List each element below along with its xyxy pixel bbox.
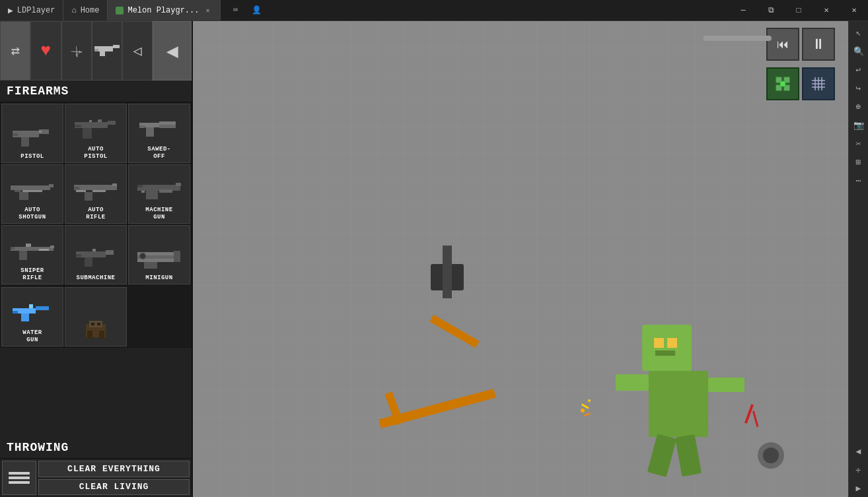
auto-rifle-icon	[70, 170, 122, 207]
heart-icon: ♥	[41, 41, 52, 61]
minigun-label: MINIGUN	[145, 275, 172, 282]
svg-rect-25	[74, 185, 117, 190]
svg-rect-36	[141, 191, 145, 193]
undo-tool[interactable]: ↩	[850, 61, 867, 79]
list-icon-button[interactable]	[2, 461, 36, 495]
svg-rect-20	[11, 185, 50, 190]
weapon-sniper-rifle[interactable]: SNIPERRIFLE	[1, 225, 63, 284]
svg-rect-26	[76, 190, 86, 192]
zoom-in-tool[interactable]: 🔍	[850, 43, 867, 60]
svg-rect-79	[616, 374, 649, 391]
clear-living-button[interactable]: CLEAR LIVING	[38, 479, 190, 496]
next-tool[interactable]: ▶	[850, 480, 867, 497]
app-icon: ▶	[8, 5, 13, 16]
svg-rect-44	[106, 250, 114, 255]
tab-close-button[interactable]: ✕	[203, 6, 212, 15]
list-tool[interactable]: ⋯	[850, 172, 867, 189]
snap-button[interactable]	[766, 67, 799, 100]
sidebar: ⇄ ♥ ⚔ ◁	[0, 21, 193, 497]
game-area[interactable]: ⏮ ⏸	[193, 21, 868, 497]
speed-slider-fill	[703, 36, 772, 41]
snap-icon	[774, 75, 792, 93]
svg-rect-17	[159, 125, 176, 128]
svg-rect-52	[144, 262, 157, 269]
keyboard-icon[interactable]: ⌨	[227, 3, 243, 18]
list-line-1	[9, 472, 30, 475]
svg-rect-42	[39, 249, 49, 251]
tab-game[interactable]: Melon Playgr... ✕	[108, 0, 221, 20]
lower-sidebar: WATERGUN	[0, 286, 192, 497]
weapon-minigun[interactable]: MINIGUN	[128, 225, 190, 284]
toolbar-back-button[interactable]: ⇄	[0, 21, 30, 81]
svg-rect-73	[443, 246, 452, 298]
svg-rect-34	[146, 191, 158, 199]
speed-slider-container[interactable]	[703, 36, 789, 41]
weapon-pistol[interactable]: PISTOL	[1, 104, 63, 163]
weapon-auto-rifle[interactable]: AUTORIFLE	[65, 164, 127, 224]
svg-rect-47	[92, 249, 96, 251]
svg-rect-41	[19, 251, 27, 260]
svg-rect-65	[97, 323, 100, 325]
prev-tool[interactable]: ◀	[850, 443, 867, 460]
pistol-label: PISTOL	[20, 153, 44, 160]
close-button[interactable]: ✕	[813, 0, 840, 20]
clear-everything-button[interactable]: CLEAR EVERYTHING	[38, 461, 190, 477]
weapon-auto-pistol[interactable]: AUTOPISTOL	[65, 104, 127, 163]
restore-button[interactable]: ⧉	[757, 0, 785, 20]
pause-button[interactable]: ⏸	[802, 28, 835, 61]
plus-circle-tool[interactable]: ⊞	[850, 154, 867, 171]
tab-home[interactable]: ⌂ Home	[63, 0, 108, 20]
extra-weapons-row: WATERGUN	[0, 286, 192, 348]
svg-rect-30	[112, 183, 117, 186]
weapon-sawed-off[interactable]: SAWED-OFF	[128, 104, 190, 163]
gun-icon	[93, 40, 121, 63]
scissors-tool[interactable]: ✂	[850, 135, 867, 152]
svg-rect-78	[649, 371, 708, 437]
svg-rect-21	[49, 184, 54, 187]
weapon-water-gun[interactable]: WATERGUN	[1, 287, 63, 347]
rewind-button[interactable]: ⏮	[766, 28, 799, 61]
maximize-button[interactable]: □	[785, 0, 813, 20]
svg-rect-6	[21, 137, 29, 147]
redo-tool[interactable]: ↪	[850, 80, 867, 97]
auto-pistol-label: AUTOPISTOL	[84, 146, 107, 160]
extra-close-button[interactable]: ✕	[840, 0, 868, 20]
weapon-unknown-1[interactable]	[65, 287, 127, 347]
titlebar: ▶ LDPlayer ⌂ Home Melon Playgr... ✕ ⌨ 👤 …	[0, 0, 868, 21]
toolbar: ⇄ ♥ ⚔ ◁	[0, 21, 192, 81]
svg-rect-46	[76, 254, 81, 257]
water-gun-label: WATERGUN	[22, 329, 42, 344]
toolbar-firearms-button[interactable]	[92, 21, 122, 81]
svg-rect-59	[29, 304, 33, 308]
grid-button[interactable]	[802, 67, 835, 100]
profile-icon[interactable]: 👤	[248, 3, 264, 18]
move-tool[interactable]: ✛	[850, 461, 867, 479]
toolbar-play-button[interactable]: ◀	[153, 21, 192, 81]
auto-pistol-icon	[70, 110, 122, 146]
svg-rect-74	[642, 325, 692, 371]
titlebar-icons: ⌨ 👤	[221, 3, 271, 18]
svg-rect-31	[137, 185, 180, 191]
svg-rect-38	[50, 246, 54, 248]
weapon-machine-gun[interactable]: MACHINEGUN	[128, 164, 190, 224]
cursor-tool[interactable]: ↖	[850, 24, 867, 42]
home-icon: ⌂	[71, 6, 76, 15]
playback-controls: ⏮ ⏸	[766, 28, 835, 61]
svg-rect-56	[36, 306, 49, 310]
svg-rect-1	[113, 45, 120, 48]
weapons-grid: PISTOL AUTOPISTOL	[0, 102, 192, 286]
auto-rifle-label: AUTORIFLE	[86, 207, 106, 221]
weapon-auto-shotgun[interactable]: AUTOSHOTGUN	[1, 164, 63, 224]
svg-rect-3	[94, 49, 98, 51]
add-tool[interactable]: ⊕	[850, 98, 867, 116]
toolbar-health-button[interactable]: ♥	[30, 21, 61, 81]
submachine-icon	[70, 238, 122, 275]
svg-rect-51	[174, 251, 180, 262]
toolbar-misc-button[interactable]: ◁	[122, 21, 153, 81]
minimize-button[interactable]: ─	[729, 0, 757, 20]
app-logo-tab[interactable]: ▶ LDPlayer	[0, 0, 63, 20]
toolbar-melee-button[interactable]: ⚔	[61, 21, 92, 81]
throwing-category-label: THROWING	[0, 437, 192, 459]
camera-tool[interactable]: 📷	[850, 117, 867, 134]
weapon-submachine[interactable]: SUBMACHINE	[65, 225, 127, 284]
